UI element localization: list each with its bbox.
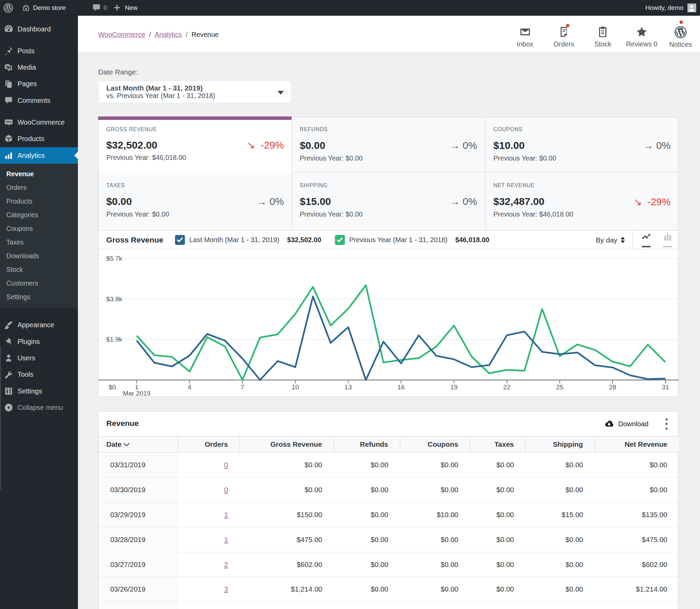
- svg-text:13: 13: [345, 384, 352, 391]
- svg-text:25: 25: [556, 384, 563, 391]
- svg-text:$1.9k: $1.9k: [106, 336, 122, 343]
- svg-text:Woo: Woo: [6, 120, 12, 123]
- svg-text:16: 16: [398, 384, 405, 391]
- svg-text:19: 19: [450, 384, 458, 391]
- svg-text:22: 22: [503, 384, 511, 391]
- svg-text:31: 31: [662, 384, 669, 391]
- svg-text:$5.7k: $5.7k: [106, 255, 122, 262]
- svg-text:4: 4: [188, 384, 192, 391]
- svg-text:28: 28: [609, 384, 616, 391]
- svg-text:10: 10: [292, 384, 299, 391]
- svg-text:$0: $0: [109, 384, 116, 391]
- svg-text:7: 7: [241, 384, 244, 391]
- svg-text:Mar 2019: Mar 2019: [123, 390, 151, 397]
- svg-text:$3.8k: $3.8k: [106, 295, 122, 303]
